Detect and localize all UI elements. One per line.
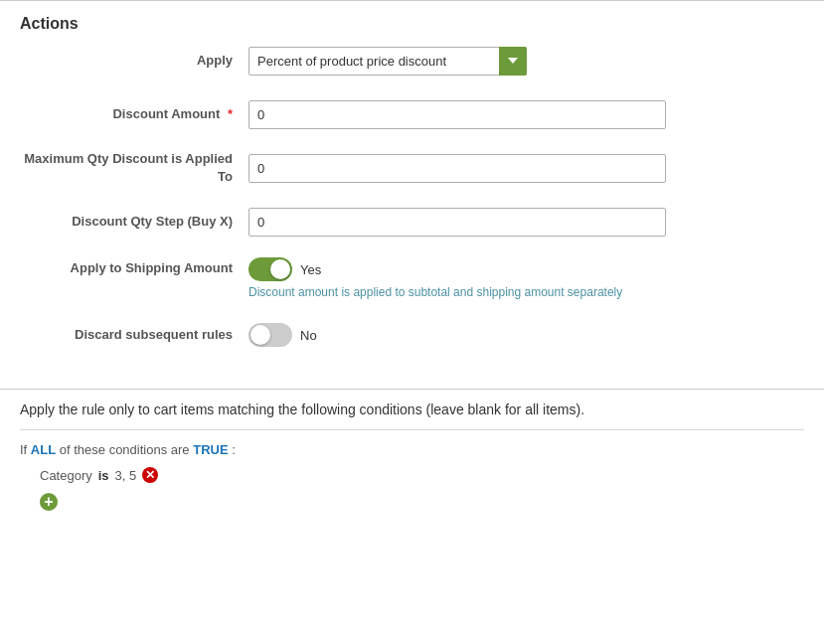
condition-values: 3, 5 (115, 468, 137, 483)
required-star: * (224, 106, 233, 121)
apply-to-shipping-toggle-label: Yes (300, 262, 321, 277)
toggle-slider-off (248, 323, 292, 347)
add-condition-row: + (20, 493, 804, 511)
toggle-slider-on (248, 257, 292, 281)
add-condition-button[interactable]: + (40, 493, 58, 511)
conditions-section: Apply the rule only to cart items matchi… (0, 390, 824, 521)
apply-to-shipping-row: Apply to Shipping Amount Yes Discount am… (20, 257, 804, 299)
apply-to-shipping-toggle-wrap: Yes (248, 257, 706, 281)
apply-row: Apply Percent of product price discountF… (20, 43, 804, 79)
logic-all[interactable]: ALL (31, 442, 56, 457)
apply-to-shipping-hint: Discount amount is applied to subtotal a… (248, 285, 706, 299)
discount-qty-step-row: Discount Qty Step (Buy X) (20, 204, 804, 240)
apply-select-wrapper: Percent of product price discountFixed a… (248, 47, 527, 76)
discard-rules-control: No (248, 323, 706, 347)
toggle-knob (270, 259, 290, 279)
actions-form: Apply Percent of product price discountF… (0, 43, 824, 381)
page-wrapper: Actions Apply Percent of product price d… (0, 0, 824, 521)
discard-rules-label: Discard subsequent rules (20, 326, 248, 344)
apply-label: Apply (20, 52, 248, 70)
discount-amount-input[interactable] (248, 100, 666, 129)
remove-condition-button[interactable]: ✕ (142, 467, 158, 483)
max-qty-discount-label: Maximum Qty Discount is Applied To (20, 150, 248, 185)
discard-rules-toggle-wrap: No (248, 323, 706, 347)
max-qty-discount-control (248, 154, 706, 183)
discard-rules-row: Discard subsequent rules No (20, 317, 804, 353)
discount-qty-step-label: Discount Qty Step (Buy X) (20, 213, 248, 231)
discount-qty-step-input[interactable] (248, 208, 666, 237)
conditions-title: Apply the rule only to cart items matchi… (20, 402, 804, 417)
apply-to-shipping-label: Apply to Shipping Amount (20, 257, 248, 277)
toggle-knob-off (250, 325, 270, 345)
apply-select[interactable]: Percent of product price discountFixed a… (248, 47, 527, 76)
condition-item: Category is 3, 5 ✕ (20, 467, 804, 483)
condition-operator: is (98, 468, 109, 483)
max-qty-discount-row: Maximum Qty Discount is Applied To (20, 150, 804, 186)
apply-to-shipping-toggle[interactable] (248, 257, 292, 281)
conditions-inner-divider (20, 429, 804, 430)
apply-to-shipping-control: Yes Discount amount is applied to subtot… (248, 257, 706, 299)
condition-category-label: Category (40, 468, 92, 483)
discount-amount-label: Discount Amount * (20, 105, 248, 123)
condition-logic: If ALL of these conditions are TRUE : (20, 442, 804, 457)
apply-control: Percent of product price discountFixed a… (248, 47, 706, 76)
discount-amount-control (248, 100, 706, 129)
discard-rules-toggle-label: No (300, 328, 317, 343)
actions-section-title: Actions (0, 1, 824, 43)
discount-amount-row: Discount Amount * (20, 96, 804, 132)
discount-qty-step-control (248, 208, 706, 237)
max-qty-discount-input[interactable] (248, 154, 666, 183)
logic-true[interactable]: TRUE (193, 442, 228, 457)
discard-rules-toggle[interactable] (248, 323, 292, 347)
